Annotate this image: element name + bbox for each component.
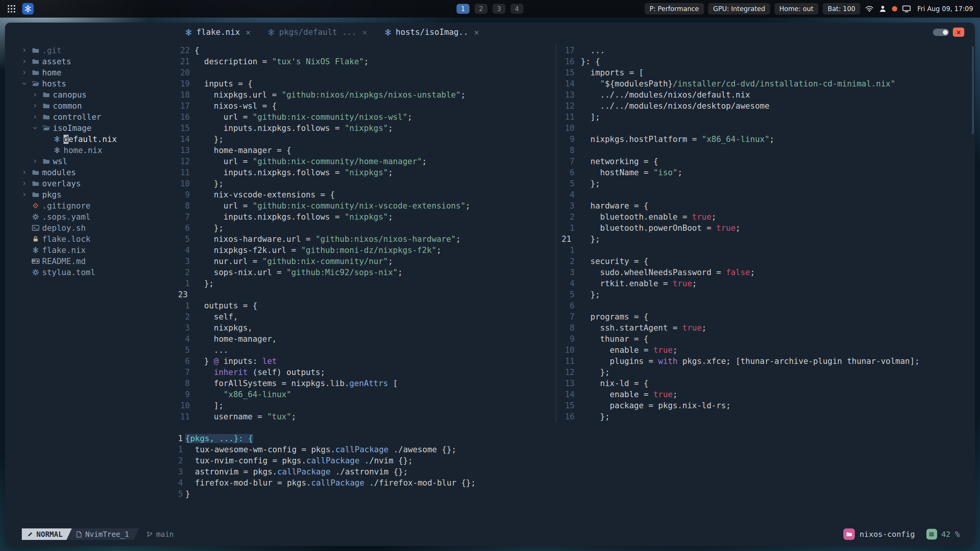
tree-item-flake-nix[interactable]: flake.nix (5, 245, 177, 256)
tab-close-icon[interactable]: × (474, 28, 479, 37)
tree-item-controller[interactable]: controller (5, 111, 177, 122)
status-pill-home[interactable]: Home: out (774, 3, 818, 15)
tree-item-label: controller (53, 112, 101, 122)
tree-item-stylua-toml[interactable]: stylua.toml (5, 267, 177, 278)
code-text: ]; (194, 401, 224, 410)
code-line: 11 username = "tux"; (177, 411, 555, 422)
branch-icon (147, 531, 153, 537)
tab-close-icon[interactable]: × (362, 28, 367, 37)
line-number: 2 (177, 312, 194, 321)
status-pill-gpu[interactable]: GPU: Integrated (708, 3, 770, 15)
code-text: }; (194, 135, 224, 144)
chevron-right-icon[interactable] (33, 159, 42, 164)
tree-item-common[interactable]: common (5, 100, 177, 111)
display-icon[interactable] (902, 5, 911, 13)
chevron-right-icon[interactable] (22, 59, 32, 64)
code-line: 3 hardware = { (556, 200, 975, 211)
code-text: sudo.wheelNeedsPassword = false; (581, 268, 755, 277)
code-text: username = "tux"; (194, 412, 296, 421)
line-number: 14 (177, 135, 194, 144)
line-number: 17 (177, 101, 194, 111)
code-text: }; (194, 223, 224, 233)
line-number: 14 (556, 390, 581, 399)
tree-item-overlays[interactable]: overlays (5, 178, 177, 189)
tree-item-default-nix[interactable]: default.nix (5, 134, 177, 145)
editor-pane-pkgs-default-nix[interactable]: 1{pkgs, ...}: {1 tux-awesome-wm-config =… (177, 433, 975, 499)
chevron-right-icon[interactable] (33, 114, 42, 119)
chevron-down-icon[interactable] (22, 81, 32, 86)
tab-close-icon[interactable]: × (246, 28, 251, 37)
tab-hosts-isoimag[interactable]: hosts/isoImag..× (376, 23, 488, 42)
nvimtree-sidebar[interactable]: .gitassetshomehostscanopuscommoncontroll… (5, 42, 177, 528)
tree-item-modules[interactable]: modules (5, 167, 177, 178)
wifi-icon[interactable] (865, 5, 874, 13)
chevron-right-icon[interactable] (22, 70, 32, 75)
user-icon[interactable] (879, 5, 887, 13)
tree-item-label: README.md (42, 257, 86, 266)
chevron-right-icon[interactable] (33, 103, 42, 108)
code-line: 13 ../../modules/nixos/default.nix (556, 89, 975, 100)
workspace-button-4[interactable]: 4 (511, 4, 524, 14)
status-pill-p[interactable]: P: Performance (645, 3, 704, 15)
chevron-right-icon[interactable] (22, 170, 32, 175)
chevron-down-icon[interactable] (33, 126, 42, 130)
tree-item-wsl[interactable]: wsl (5, 156, 177, 167)
tree-item-hosts[interactable]: hosts (5, 78, 177, 89)
line-number: 2 (177, 268, 194, 277)
editor-pane-flake-nix[interactable]: 22{21 description = "tux's NixOS Flake";… (177, 45, 555, 422)
code-text: nixpkgs.hostPlatform = "x86_64-linux"; (581, 135, 774, 144)
window-close-button[interactable]: × (953, 28, 964, 37)
code-text: security = { (581, 257, 648, 266)
workspace-button-1[interactable]: 1 (457, 4, 470, 14)
line-number: 5 (177, 346, 194, 355)
workspace-button-3[interactable]: 3 (493, 4, 506, 14)
folder-icon (32, 191, 39, 198)
chevron-right-icon[interactable] (33, 92, 42, 97)
workspace-button-2[interactable]: 2 (475, 4, 488, 14)
code-text: }; (194, 179, 224, 188)
tree-item-label: home.nix (64, 146, 102, 155)
chevron-right-icon[interactable] (22, 48, 32, 53)
tree-item-pkgs[interactable]: pkgs (5, 189, 177, 200)
folder-icon (42, 158, 50, 165)
tabline: flake.nix×pkgs/default ...×hosts/isoImag… (176, 23, 488, 42)
tree-item-sops-yaml[interactable]: .sops.yaml (5, 211, 177, 222)
chevron-right-icon[interactable] (22, 181, 32, 186)
indicator-dot-icon[interactable] (892, 6, 897, 11)
code-line: 18 nixpkgs.url = "github:nixos/nixpkgs/n… (177, 89, 555, 100)
logo-icon[interactable] (22, 3, 34, 15)
tree-item-home[interactable]: home (5, 67, 177, 78)
system-top-bar: 1234 P: PerformanceGPU: IntegratedHome: … (0, 0, 980, 18)
app-launcher-icon[interactable] (7, 4, 16, 13)
tree-item-isoimage[interactable]: isoImage (5, 122, 177, 134)
tree-item-git[interactable]: .git (5, 45, 177, 56)
tree-item-readme-md[interactable]: README.md (5, 256, 177, 267)
tree-item-gitignore[interactable]: .gitignore (5, 200, 177, 211)
code-text: home-manager, (194, 334, 277, 344)
tree-item-label: canopus (53, 90, 87, 99)
line-number: 21 (177, 57, 194, 66)
tree-item-deploy-sh[interactable]: deploy.sh (5, 222, 177, 233)
tab-pkgs-default[interactable]: pkgs/default ...× (259, 23, 376, 42)
git-branch[interactable]: main (147, 530, 174, 538)
tree-item-label: stylua.toml (42, 268, 95, 277)
code-line: 10 (556, 122, 975, 134)
window-toggle-button[interactable] (933, 29, 949, 36)
code-line: 5 nixos-hardware.url = "github:nixos/nix… (177, 233, 555, 245)
line-number: 22 (177, 46, 194, 55)
code-text: url = "github:nix-community/nix-vscode-e… (194, 201, 470, 210)
tree-item-home-nix[interactable]: home.nix (5, 145, 177, 156)
code-text: } @ inputs: let (194, 357, 277, 366)
editor-pane-hosts-isoimage-default-nix[interactable]: 17 ...16}: {15 imports = [14 "${modulesP… (556, 45, 975, 422)
tab-flake-nix[interactable]: flake.nix× (176, 23, 259, 42)
tree-item-flake-lock[interactable]: flake.lock (5, 233, 177, 245)
status-pill-bat[interactable]: Bat: 100 (823, 3, 860, 15)
code-text: ssh.startAgent = true; (581, 323, 707, 333)
scroll-lines-icon (926, 529, 937, 540)
window-buttons: × (933, 23, 964, 42)
chevron-right-icon[interactable] (22, 192, 32, 197)
scrollbar-thumb[interactable] (972, 46, 974, 134)
code-line: 3 astronvim = pkgs.callPackage ./astronv… (177, 466, 975, 477)
tree-item-canopus[interactable]: canopus (5, 89, 177, 100)
tree-item-assets[interactable]: assets (5, 56, 177, 67)
